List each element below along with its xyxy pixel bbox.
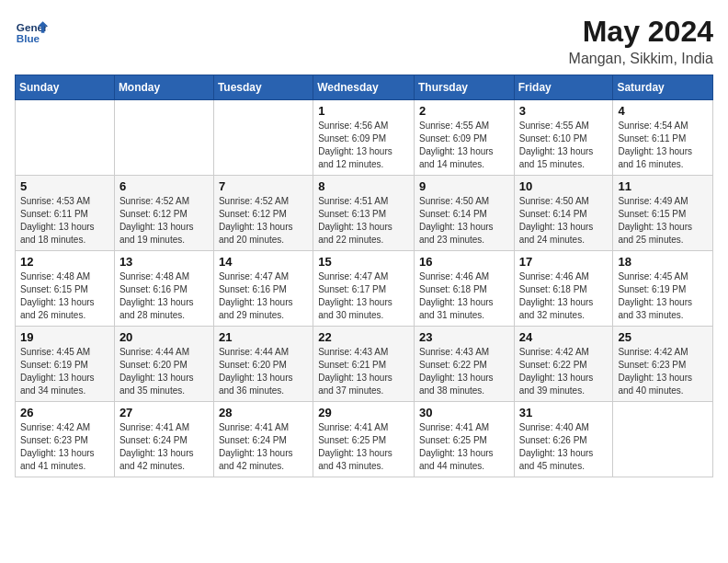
day-number: 26: [20, 406, 109, 419]
header-saturday: Saturday: [613, 75, 713, 100]
header-wednesday: Wednesday: [313, 75, 415, 100]
header-thursday: Thursday: [414, 75, 514, 100]
day-number: 6: [119, 179, 209, 193]
calendar-cell: 21Sunrise: 4:44 AM Sunset: 6:20 PM Dayli…: [213, 327, 313, 402]
day-number: 31: [519, 406, 609, 419]
day-number: 7: [219, 179, 308, 193]
cell-info: Sunrise: 4:41 AM Sunset: 6:24 PM Dayligh…: [119, 421, 209, 473]
day-number: 18: [618, 255, 708, 269]
day-number: 23: [419, 330, 509, 344]
calendar-cell: 22Sunrise: 4:43 AM Sunset: 6:21 PM Dayli…: [313, 327, 415, 402]
cell-info: Sunrise: 4:56 AM Sunset: 6:09 PM Dayligh…: [318, 120, 409, 171]
cell-info: Sunrise: 4:54 AM Sunset: 6:11 PM Dayligh…: [618, 120, 708, 171]
page-header: General Blue May 2024 Mangan, Sikkim, In…: [15, 15, 713, 67]
cell-info: Sunrise: 4:45 AM Sunset: 6:19 PM Dayligh…: [618, 270, 708, 322]
title-block: May 2024 Mangan, Sikkim, India: [569, 15, 713, 67]
calendar-cell: 8Sunrise: 4:51 AM Sunset: 6:13 PM Daylig…: [313, 176, 415, 251]
day-number: 4: [618, 104, 708, 118]
month-title: May 2024: [569, 15, 713, 49]
cell-info: Sunrise: 4:46 AM Sunset: 6:18 PM Dayligh…: [419, 270, 509, 322]
calendar-cell: 27Sunrise: 4:41 AM Sunset: 6:24 PM Dayli…: [114, 402, 213, 477]
calendar-cell: [114, 100, 213, 176]
cell-info: Sunrise: 4:40 AM Sunset: 6:26 PM Dayligh…: [519, 421, 609, 473]
location-title: Mangan, Sikkim, India: [569, 51, 713, 67]
calendar-cell: [213, 100, 313, 176]
cell-info: Sunrise: 4:42 AM Sunset: 6:23 PM Dayligh…: [618, 346, 708, 397]
cell-info: Sunrise: 4:47 AM Sunset: 6:16 PM Dayligh…: [219, 270, 308, 322]
calendar-cell: 25Sunrise: 4:42 AM Sunset: 6:23 PM Dayli…: [613, 327, 713, 402]
cell-info: Sunrise: 4:48 AM Sunset: 6:16 PM Dayligh…: [119, 270, 209, 322]
day-number: 21: [219, 330, 308, 344]
day-number: 22: [318, 330, 409, 344]
calendar-cell: [16, 100, 115, 176]
logo: General Blue: [15, 15, 48, 48]
calendar-week-3: 12Sunrise: 4:48 AM Sunset: 6:15 PM Dayli…: [16, 251, 713, 327]
cell-info: Sunrise: 4:55 AM Sunset: 6:10 PM Dayligh…: [519, 120, 609, 171]
day-number: 24: [519, 330, 609, 344]
cell-info: Sunrise: 4:53 AM Sunset: 6:11 PM Dayligh…: [20, 195, 109, 247]
cell-info: Sunrise: 4:41 AM Sunset: 6:25 PM Dayligh…: [318, 421, 409, 473]
cell-info: Sunrise: 4:51 AM Sunset: 6:13 PM Dayligh…: [318, 195, 409, 247]
day-number: 3: [519, 104, 609, 118]
calendar-cell: 20Sunrise: 4:44 AM Sunset: 6:20 PM Dayli…: [114, 327, 213, 402]
cell-info: Sunrise: 4:42 AM Sunset: 6:23 PM Dayligh…: [20, 421, 109, 473]
cell-info: Sunrise: 4:45 AM Sunset: 6:19 PM Dayligh…: [20, 346, 109, 397]
calendar-cell: 3Sunrise: 4:55 AM Sunset: 6:10 PM Daylig…: [514, 100, 613, 176]
calendar-cell: 10Sunrise: 4:50 AM Sunset: 6:14 PM Dayli…: [514, 176, 613, 251]
day-number: 5: [20, 179, 109, 193]
calendar-cell: 9Sunrise: 4:50 AM Sunset: 6:14 PM Daylig…: [414, 176, 514, 251]
cell-info: Sunrise: 4:48 AM Sunset: 6:15 PM Dayligh…: [20, 270, 109, 322]
calendar-cell: 16Sunrise: 4:46 AM Sunset: 6:18 PM Dayli…: [414, 251, 514, 327]
cell-info: Sunrise: 4:47 AM Sunset: 6:17 PM Dayligh…: [318, 270, 409, 322]
calendar-cell: 5Sunrise: 4:53 AM Sunset: 6:11 PM Daylig…: [16, 176, 115, 251]
cell-info: Sunrise: 4:44 AM Sunset: 6:20 PM Dayligh…: [119, 346, 209, 397]
calendar-week-5: 26Sunrise: 4:42 AM Sunset: 6:23 PM Dayli…: [16, 402, 713, 477]
cell-info: Sunrise: 4:44 AM Sunset: 6:20 PM Dayligh…: [219, 346, 308, 397]
calendar-cell: 31Sunrise: 4:40 AM Sunset: 6:26 PM Dayli…: [514, 402, 613, 477]
day-number: 1: [318, 104, 409, 118]
calendar-header-row: SundayMondayTuesdayWednesdayThursdayFrid…: [16, 75, 713, 100]
calendar-cell: 24Sunrise: 4:42 AM Sunset: 6:22 PM Dayli…: [514, 327, 613, 402]
day-number: 16: [419, 255, 509, 269]
calendar-week-1: 1Sunrise: 4:56 AM Sunset: 6:09 PM Daylig…: [16, 100, 713, 176]
calendar-cell: 18Sunrise: 4:45 AM Sunset: 6:19 PM Dayli…: [613, 251, 713, 327]
day-number: 15: [318, 255, 409, 269]
day-number: 29: [318, 406, 409, 419]
day-number: 19: [20, 330, 109, 344]
cell-info: Sunrise: 4:52 AM Sunset: 6:12 PM Dayligh…: [219, 195, 308, 247]
day-number: 27: [119, 406, 209, 419]
cell-info: Sunrise: 4:50 AM Sunset: 6:14 PM Dayligh…: [419, 195, 509, 247]
logo-icon: General Blue: [15, 15, 48, 48]
calendar-cell: 14Sunrise: 4:47 AM Sunset: 6:16 PM Dayli…: [213, 251, 313, 327]
calendar-cell: 29Sunrise: 4:41 AM Sunset: 6:25 PM Dayli…: [313, 402, 415, 477]
header-sunday: Sunday: [16, 75, 115, 100]
header-friday: Friday: [514, 75, 613, 100]
cell-info: Sunrise: 4:41 AM Sunset: 6:24 PM Dayligh…: [219, 421, 308, 473]
calendar-cell: 19Sunrise: 4:45 AM Sunset: 6:19 PM Dayli…: [16, 327, 115, 402]
day-number: 28: [219, 406, 308, 419]
header-monday: Monday: [114, 75, 213, 100]
calendar-cell: 1Sunrise: 4:56 AM Sunset: 6:09 PM Daylig…: [313, 100, 415, 176]
svg-text:Blue: Blue: [17, 32, 40, 44]
day-number: 17: [519, 255, 609, 269]
cell-info: Sunrise: 4:42 AM Sunset: 6:22 PM Dayligh…: [519, 346, 609, 397]
day-number: 13: [119, 255, 209, 269]
calendar-cell: 26Sunrise: 4:42 AM Sunset: 6:23 PM Dayli…: [16, 402, 115, 477]
day-number: 11: [618, 179, 708, 193]
calendar-cell: [613, 402, 713, 477]
calendar-cell: 30Sunrise: 4:41 AM Sunset: 6:25 PM Dayli…: [414, 402, 514, 477]
header-tuesday: Tuesday: [213, 75, 313, 100]
cell-info: Sunrise: 4:49 AM Sunset: 6:15 PM Dayligh…: [618, 195, 708, 247]
cell-info: Sunrise: 4:52 AM Sunset: 6:12 PM Dayligh…: [119, 195, 209, 247]
calendar-week-4: 19Sunrise: 4:45 AM Sunset: 6:19 PM Dayli…: [16, 327, 713, 402]
calendar-cell: 4Sunrise: 4:54 AM Sunset: 6:11 PM Daylig…: [613, 100, 713, 176]
day-number: 10: [519, 179, 609, 193]
calendar-cell: 7Sunrise: 4:52 AM Sunset: 6:12 PM Daylig…: [213, 176, 313, 251]
cell-info: Sunrise: 4:50 AM Sunset: 6:14 PM Dayligh…: [519, 195, 609, 247]
day-number: 30: [419, 406, 509, 419]
calendar-cell: 23Sunrise: 4:43 AM Sunset: 6:22 PM Dayli…: [414, 327, 514, 402]
day-number: 9: [419, 179, 509, 193]
calendar-week-2: 5Sunrise: 4:53 AM Sunset: 6:11 PM Daylig…: [16, 176, 713, 251]
calendar-cell: 17Sunrise: 4:46 AM Sunset: 6:18 PM Dayli…: [514, 251, 613, 327]
cell-info: Sunrise: 4:46 AM Sunset: 6:18 PM Dayligh…: [519, 270, 609, 322]
